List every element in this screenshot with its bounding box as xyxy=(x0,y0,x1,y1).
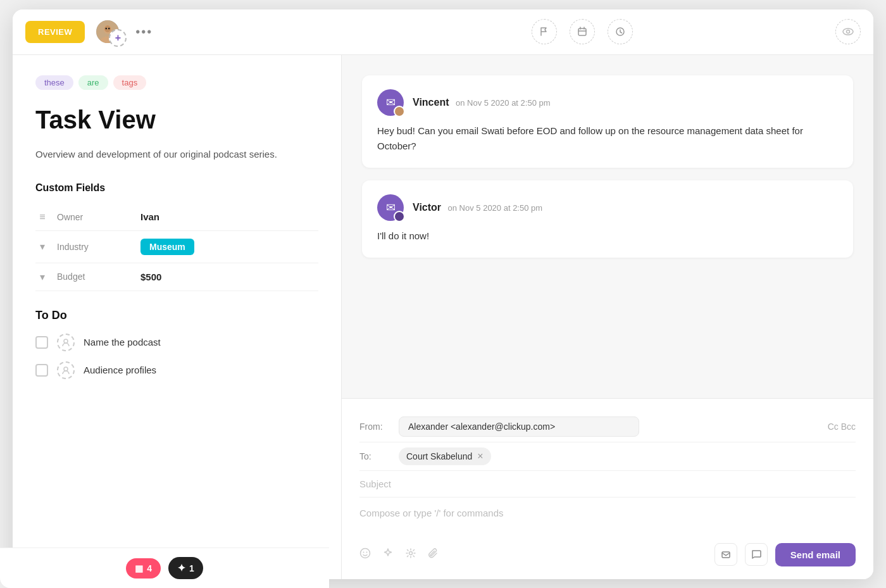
svg-point-10 xyxy=(64,339,68,343)
toolbar-right: Send email xyxy=(714,543,856,566)
budget-value: $500 xyxy=(140,272,161,282)
field-budget: ▾ Budget $500 xyxy=(35,263,318,291)
tags-row: these are tags xyxy=(35,75,318,90)
calendar-icon-button[interactable] xyxy=(570,19,595,44)
msg-avatar-vincent: ✉ xyxy=(377,89,404,116)
compose-toolbar: Send email xyxy=(359,535,856,566)
msg-meta-2: Victor on Nov 5 2020 at 2:50 pm xyxy=(413,202,542,213)
emoji-icon[interactable] xyxy=(359,547,371,562)
message-card-1: ✉ Vincent on Nov 5 2020 at 2:50 pm Hey b… xyxy=(362,75,853,168)
svg-rect-16 xyxy=(722,552,730,558)
cc-bcc-button[interactable]: Cc Bcc xyxy=(828,422,856,432)
compose-to-label: To: xyxy=(359,451,391,461)
tag-these[interactable]: these xyxy=(35,75,73,90)
msg-body-2: I'll do it now! xyxy=(377,228,838,244)
todo-text-1: Name the podcast xyxy=(84,337,161,347)
compose-to-remove[interactable]: × xyxy=(477,451,483,462)
todo-title: To Do xyxy=(35,309,318,322)
chat-icon-button[interactable] xyxy=(745,543,768,566)
msg-sender-2: Victor xyxy=(413,202,441,213)
tag-are[interactable]: are xyxy=(78,75,108,90)
review-button[interactable]: REVIEW xyxy=(25,21,85,43)
page-description: Overview and development of our original… xyxy=(35,147,318,162)
field-industry: ▾ Industry Museum xyxy=(35,231,318,263)
svg-point-13 xyxy=(363,551,365,553)
budget-icon: ▾ xyxy=(35,271,49,283)
left-panel: these are tags Task View Overview and de… xyxy=(13,55,342,579)
ai-icon[interactable] xyxy=(382,547,394,562)
compose-to-row: To: Court Skabelund × xyxy=(359,442,856,471)
message-header-1: ✉ Vincent on Nov 5 2020 at 2:50 pm xyxy=(377,89,838,116)
todo-item-1: Name the podcast xyxy=(35,334,318,351)
eye-icon-button[interactable] xyxy=(835,19,861,44)
todo-item-2: Audience profiles xyxy=(35,361,318,379)
owner-icon: ≡ xyxy=(35,211,49,223)
badge-count-1: 4 xyxy=(147,563,152,573)
todo-text-2: Audience profiles xyxy=(84,365,156,375)
flag-icon-button[interactable] xyxy=(532,19,557,44)
msg-meta-1: Vincent on Nov 5 2020 at 2:50 pm xyxy=(413,97,551,108)
svg-point-8 xyxy=(843,28,853,35)
message-card-2: ✉ Victor on Nov 5 2020 at 2:50 pm I'll d… xyxy=(362,180,853,258)
industry-icon: ▾ xyxy=(35,241,49,253)
compose-body[interactable]: Compose or type '/' for commands xyxy=(359,497,856,535)
todo-checkbox-1[interactable] xyxy=(35,336,48,349)
msg-body-1: Hey bud! Can you email Swati before EOD … xyxy=(377,123,838,154)
todo-checkbox-2[interactable] xyxy=(35,364,48,377)
industry-label: Industry xyxy=(57,242,133,252)
top-bar-right xyxy=(810,19,861,44)
svg-rect-6 xyxy=(578,28,586,35)
email-compose: From: Alexander <alexander@clickup.com> … xyxy=(342,398,873,579)
top-bar-center xyxy=(354,19,810,44)
badge-icon-1: ▦ xyxy=(135,563,143,573)
svg-point-14 xyxy=(366,551,368,553)
svg-point-12 xyxy=(361,548,370,558)
compose-from-label: From: xyxy=(359,422,391,432)
top-bar-left: REVIEW + ••• xyxy=(25,19,354,44)
compose-to-value: Court Skabelund xyxy=(406,451,472,461)
svg-point-15 xyxy=(409,551,413,554)
message-header-2: ✉ Victor on Nov 5 2020 at 2:50 pm xyxy=(377,194,838,221)
svg-point-4 xyxy=(106,28,108,30)
todo-avatar-2 xyxy=(57,361,75,379)
main-content: these are tags Task View Overview and de… xyxy=(13,55,873,579)
messages-area: ✉ Vincent on Nov 5 2020 at 2:50 pm Hey b… xyxy=(342,55,873,398)
msg-time-2: on Nov 5 2020 at 2:50 pm xyxy=(448,203,543,213)
msg-time-1: on Nov 5 2020 at 2:50 pm xyxy=(456,98,551,108)
budget-label: Budget xyxy=(57,272,133,282)
compose-from-value[interactable]: Alexander <alexander@clickup.com> xyxy=(399,416,639,437)
tag-tags[interactable]: tags xyxy=(113,75,147,90)
msg-avatar-badge-1 xyxy=(394,106,405,117)
page-title: Task View xyxy=(35,105,318,134)
clock-icon-button[interactable] xyxy=(608,19,633,44)
owner-value: Ivan xyxy=(140,211,159,222)
svg-point-11 xyxy=(64,367,68,371)
settings-icon[interactable] xyxy=(405,547,416,562)
compose-to-tag[interactable]: Court Skabelund × xyxy=(399,447,491,465)
msg-avatar-badge-2 xyxy=(394,211,405,222)
svg-point-5 xyxy=(108,28,110,30)
todo-avatar-1 xyxy=(57,334,75,351)
msg-sender-1: Vincent xyxy=(413,97,449,108)
badge-button-2[interactable]: ✦ 1 xyxy=(168,557,203,579)
bottom-bar: ▦ 4 ✦ 1 xyxy=(13,547,329,579)
toolbar-icons xyxy=(359,547,439,562)
industry-value[interactable]: Museum xyxy=(140,239,194,255)
email-icon-button[interactable] xyxy=(714,543,737,566)
msg-avatar-victor: ✉ xyxy=(377,194,404,221)
badge-button-1[interactable]: ▦ 4 xyxy=(126,558,161,579)
badge-icon-2: ✦ xyxy=(177,562,185,574)
svg-point-9 xyxy=(847,30,850,34)
custom-fields-title: Custom Fields xyxy=(35,182,318,194)
owner-label: Owner xyxy=(57,212,133,222)
badge-count-2: 1 xyxy=(189,563,194,573)
todo-section: To Do Name the podcast xyxy=(35,309,318,379)
top-bar: REVIEW + ••• xyxy=(13,9,873,55)
compose-from-row: From: Alexander <alexander@clickup.com> … xyxy=(359,411,856,442)
send-email-button[interactable]: Send email xyxy=(775,543,856,566)
add-avatar-button[interactable]: + xyxy=(109,29,127,47)
compose-subject[interactable]: Subject xyxy=(359,471,856,497)
right-panel: ✉ Vincent on Nov 5 2020 at 2:50 pm Hey b… xyxy=(342,55,873,579)
more-options-icon[interactable]: ••• xyxy=(135,25,153,39)
attachment-icon[interactable] xyxy=(428,547,439,562)
